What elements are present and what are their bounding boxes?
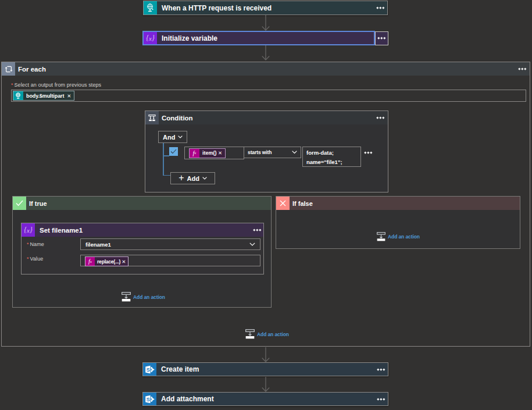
svg-text:S: S: [147, 366, 150, 372]
svg-text:S: S: [147, 396, 150, 402]
